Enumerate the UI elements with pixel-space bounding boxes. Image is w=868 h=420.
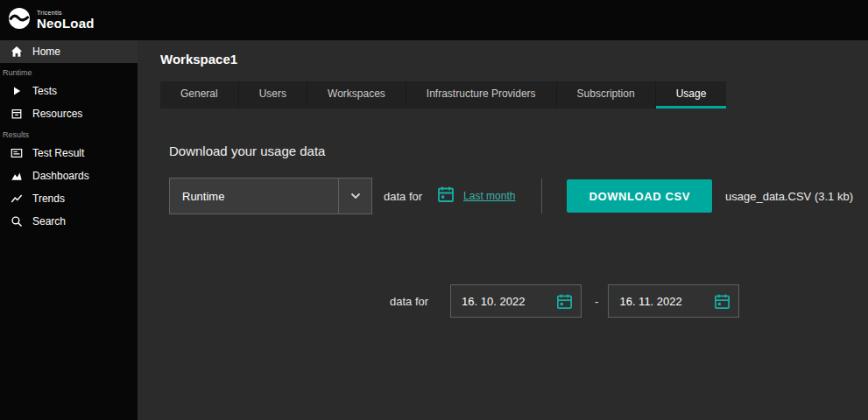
quick-download-row: Runtime data for Last month DOWNLOAD C [169,178,868,214]
custom-range-row: data for 16. 10. 2022 - 16. 11. 2022 [390,284,868,318]
home-icon [10,46,23,58]
vertical-divider [541,178,542,214]
file-info: usage_data.CSV (3.1 kb) [725,190,853,203]
range-separator: - [595,295,598,308]
search-icon [10,215,23,228]
sidebar-item-home[interactable]: Home [0,40,138,63]
data-for-label: data for [384,190,422,203]
sidebar-item-label: Trends [32,192,65,205]
tab-general[interactable]: General [160,81,239,108]
last-month-link[interactable]: Last month [437,186,515,206]
dataset-select-value: Runtime [170,190,338,203]
date-from-value: 16. 10. 2022 [451,295,556,308]
download-csv-button[interactable]: DOWNLOAD CSV [567,179,712,213]
sidebar-item-label: Search [32,215,66,228]
sidebar-item-tests[interactable]: Tests [0,80,138,102]
app-window: Tricentis NeoLoad Home Runtime Tests [0,0,868,420]
sidebar: Tricentis NeoLoad Home Runtime Tests [0,0,138,420]
chevron-down-icon [338,178,371,214]
sidebar-item-test-result[interactable]: Test Result [0,142,138,164]
brand-company: Tricentis [37,10,95,16]
sidebar-item-resources[interactable]: Resources [0,102,138,125]
tab-users[interactable]: Users [239,81,307,108]
brand-text: Tricentis NeoLoad [37,10,95,31]
sidebar-item-label: Dashboards [32,170,89,182]
sidebar-item-label: Resources [32,108,82,120]
sidebar-item-trends[interactable]: Trends [0,187,138,210]
neoload-logo-icon [8,7,31,33]
resources-icon [10,108,23,120]
last-month-link-label: Last month [463,190,515,202]
tab-usage[interactable]: Usage [656,81,727,108]
tab-subscription[interactable]: Subscription [557,81,656,108]
sidebar-item-label: Tests [32,85,57,97]
trends-icon [10,192,23,205]
sidebar-item-label: Test Result [32,147,84,159]
data-for-label: data for [390,295,428,308]
sidebar-section-results: Results [0,125,138,142]
tab-bar: General Users Workspaces Infrastructure … [160,81,726,108]
main-body: Workspace1 General Users Workspaces Infr… [138,40,868,420]
dataset-select[interactable]: Runtime [169,178,372,214]
date-from-field[interactable]: 16. 10. 2022 [450,284,582,318]
brand-logo[interactable]: Tricentis NeoLoad [0,0,138,40]
sidebar-item-dashboards[interactable]: Dashboards [0,164,138,187]
page-title: Workspace1 [160,52,868,66]
date-to-value: 16. 11. 2022 [609,295,714,308]
tab-infrastructure-providers[interactable]: Infrastructure Providers [406,81,557,108]
date-to-field[interactable]: 16. 11. 2022 [608,284,739,318]
sidebar-section-runtime: Runtime [0,63,138,80]
main-area: Workspace1 General Users Workspaces Infr… [138,0,868,420]
play-icon [10,86,23,96]
test-result-icon [10,147,23,159]
calendar-icon [714,293,738,310]
usage-heading: Download your usage data [169,144,868,158]
calendar-icon [556,293,581,310]
sidebar-item-label: Home [32,46,60,58]
tab-workspaces[interactable]: Workspaces [307,81,406,108]
sidebar-item-search[interactable]: Search [0,210,138,233]
sidebar-nav: Home Runtime Tests Resources Results [0,40,138,233]
brand-product: NeoLoad [37,16,95,31]
dashboards-icon [10,170,23,182]
usage-panel: Download your usage data Runtime data fo… [138,144,868,318]
calendar-icon [437,186,455,206]
